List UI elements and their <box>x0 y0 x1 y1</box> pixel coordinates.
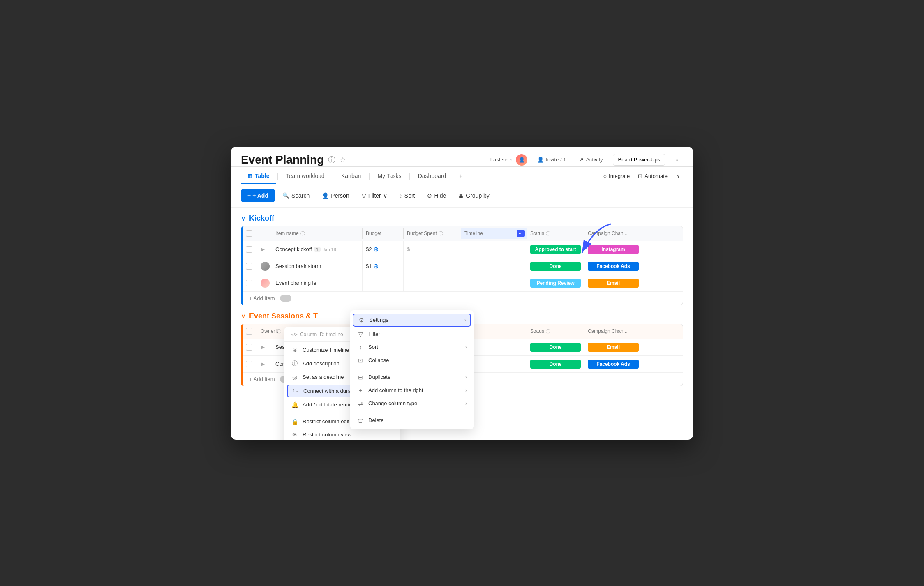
integrate-button[interactable]: ⟐ Integrate <box>600 171 633 181</box>
menu-item-duplicate[interactable]: ⊟ Duplicate › <box>350 371 474 384</box>
filter-icon: ▽ <box>362 192 366 199</box>
app-window: Event Planning ⓘ ☆ Last seen 👤 👤 Invite … <box>231 147 693 440</box>
table-row: Event planning le Pending Review Email <box>243 275 683 292</box>
menu-item-sort[interactable]: ↕ Sort › <box>350 341 474 354</box>
customize-icon: ≋ <box>291 347 298 353</box>
person-button[interactable]: 👤 Person <box>317 190 354 201</box>
select-all-checkbox-2[interactable] <box>246 328 252 335</box>
session-campaign-badge-1[interactable]: Email <box>588 343 639 352</box>
group-sessions-collapse-icon[interactable]: ∨ <box>241 312 246 320</box>
plus-icon: + <box>247 192 251 199</box>
change-type-arrow: › <box>465 401 467 406</box>
timeline-dots-button[interactable]: ··· <box>517 230 525 237</box>
budget-spent-info-icon[interactable]: ⓘ <box>439 231 443 237</box>
toolbar: + + Add 🔍 Search 👤 Person ▽ Filter ∨ ↕ S… <box>231 184 693 208</box>
duplicate-icon: ⊟ <box>357 374 364 381</box>
row3-checkbox[interactable] <box>246 280 252 286</box>
toolbar-more-button[interactable]: ··· <box>497 190 512 201</box>
sort-icon: ↕ <box>400 192 402 199</box>
star-icon[interactable]: ☆ <box>340 155 346 164</box>
right-menu-divider-1 <box>350 369 474 369</box>
hide-icon: ⊘ <box>427 192 432 199</box>
row2-checkbox[interactable] <box>246 263 252 270</box>
campaign-badge-3[interactable]: Email <box>588 279 639 288</box>
filter-button[interactable]: ▽ Filter ∨ <box>357 190 392 201</box>
th-checkbox <box>243 228 257 239</box>
duration-icon: 1₂₃ <box>292 388 299 394</box>
menu-item-collapse[interactable]: ⊡ Collapse <box>350 354 474 367</box>
session-row1-expand[interactable]: ▶ <box>261 344 265 350</box>
menu-item-delete[interactable]: 🗑 Delete <box>350 414 474 427</box>
td-checkbox-3 <box>243 275 257 291</box>
select-all-checkbox[interactable] <box>246 230 252 237</box>
automate-button[interactable]: ⊡ Automate <box>635 171 671 181</box>
toggle-kickoff[interactable] <box>280 295 291 302</box>
row1-expand-icon[interactable]: ▶ <box>261 246 265 252</box>
session-row1-checkbox[interactable] <box>246 344 252 351</box>
th-owner-icon <box>257 231 272 236</box>
status2-info-icon[interactable]: ⓘ <box>546 328 550 335</box>
search-icon: 🔍 <box>282 192 289 199</box>
td-budget-spent-1: $ <box>404 241 461 258</box>
add-budget-icon[interactable]: ⊕ <box>373 245 379 253</box>
tab-divider-3: | <box>367 173 371 180</box>
add-budget-icon-2[interactable]: ⊕ <box>373 262 379 270</box>
collapse-tabs-button[interactable]: ∧ <box>672 171 683 181</box>
td-avatar-3 <box>257 275 272 291</box>
tab-table[interactable]: ⊞ Table <box>241 168 276 184</box>
menu-item-restrict-view[interactable]: 👁 Restrict column view <box>284 428 400 440</box>
td2-campaign-1: Email <box>584 339 642 355</box>
session-status-badge-2[interactable]: Done <box>530 360 581 369</box>
tab-dashboard[interactable]: Dashboard <box>411 168 453 184</box>
info-icon[interactable]: ⓘ <box>328 155 335 165</box>
menu-item-filter[interactable]: ▽ Filter <box>350 328 474 341</box>
add-item-kickoff[interactable]: + Add Item <box>243 292 683 305</box>
board-powerups-button[interactable]: Board Power-Ups <box>613 154 666 166</box>
header-left: Event Planning ⓘ ☆ <box>241 153 346 166</box>
session-row2-checkbox[interactable] <box>246 361 252 367</box>
th-timeline: Timeline ··· <box>461 228 527 239</box>
row1-date: Jan 19 <box>323 247 336 252</box>
th2-checkbox <box>243 325 257 337</box>
td2-checkbox-1 <box>243 339 257 355</box>
tab-my-tasks[interactable]: My Tasks <box>371 168 408 184</box>
tab-team-workload[interactable]: Team workload <box>280 168 331 184</box>
status-badge-3[interactable]: Pending Review <box>530 279 581 288</box>
automate-icon: ⊡ <box>638 173 642 179</box>
status-badge-2[interactable]: Done <box>530 262 581 271</box>
tab-add[interactable]: + <box>453 168 469 184</box>
td-campaign-3: Email <box>584 275 642 291</box>
menu-item-settings[interactable]: ⚙ Settings › <box>353 314 471 327</box>
tab-kanban[interactable]: Kanban <box>335 168 367 184</box>
item-name-info-icon[interactable]: ⓘ <box>300 231 305 237</box>
search-button[interactable]: 🔍 Search <box>277 190 314 201</box>
session-row2-expand[interactable]: ▶ <box>261 361 265 367</box>
add-button[interactable]: + + Add <box>241 189 275 202</box>
integrate-icon: ⟐ <box>603 173 607 179</box>
menu-item-add-column-right[interactable]: + Add column to the right › <box>350 384 474 397</box>
td-avatar-2 <box>257 258 272 275</box>
hide-button[interactable]: ⊘ Hide <box>422 190 451 201</box>
duplicate-arrow: › <box>465 374 467 380</box>
status-info-icon[interactable]: ⓘ <box>546 231 550 237</box>
sort-button[interactable]: ↕ Sort <box>395 190 420 201</box>
group-icon: ▦ <box>458 192 464 199</box>
group-by-button[interactable]: ▦ Group by <box>453 190 494 201</box>
invite-button[interactable]: 👤 Invite / 1 <box>534 155 569 164</box>
th2-owner: Owner ⓘ <box>257 326 272 337</box>
menu-item-change-type[interactable]: ⇄ Change column type › <box>350 397 474 410</box>
group-collapse-icon[interactable]: ∨ <box>241 215 246 222</box>
group-kickoff-title: Kickoff <box>249 214 274 223</box>
td-timeline-1 <box>461 241 527 258</box>
delete-icon: 🗑 <box>357 417 364 424</box>
td-budget-spent-2 <box>404 258 461 275</box>
chevron-up-icon: ∧ <box>676 173 680 179</box>
td2-campaign-2: Facebook Ads <box>584 356 642 372</box>
row1-checkbox[interactable] <box>246 246 252 253</box>
more-button[interactable]: ··· <box>672 155 683 164</box>
app-title: Event Planning <box>241 153 324 166</box>
campaign-badge-2[interactable]: Facebook Ads <box>588 262 639 271</box>
activity-button[interactable]: ↗ Activity <box>576 155 606 164</box>
session-campaign-badge-2[interactable]: Facebook Ads <box>588 360 639 369</box>
session-status-badge-1[interactable]: Done <box>530 343 581 352</box>
